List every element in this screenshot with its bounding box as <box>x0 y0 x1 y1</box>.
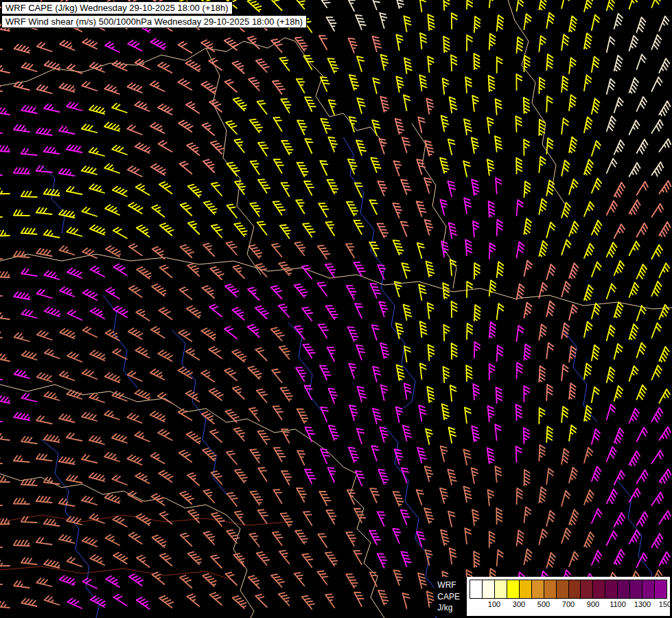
legend-tick-label: 700 <box>562 600 575 608</box>
weather-map-canvas <box>0 0 672 618</box>
legend-tick-label: 900 <box>587 600 599 608</box>
legend-color-cell <box>531 580 544 599</box>
legend-tick-label: 1300 <box>634 600 651 608</box>
legend-variable-label: CAPE <box>437 591 460 602</box>
weather-map: WRF CAPE (J/kg) Wednesday 29-10-2025 18:… <box>0 0 672 618</box>
map-title-windshear: WRF Wind shear (m/s) 500/1000hPa Wednesd… <box>1 15 307 28</box>
legend-tick-label: 300 <box>513 600 525 608</box>
legend-color-cell <box>494 580 507 599</box>
legend-color-cell <box>544 580 556 599</box>
legend-tick-labels: 100300500700900110013001500 <box>470 599 667 610</box>
legend-colorbar <box>470 580 667 599</box>
legend-color-cell <box>507 580 519 599</box>
legend-tick-label: 1500 <box>659 600 672 608</box>
legend-model-label: WRF <box>437 580 460 591</box>
legend: WRF CAPE J/kg 10030050070090011001300150… <box>435 577 670 616</box>
legend-color-cell <box>629 580 642 599</box>
map-title-cape: WRF CAPE (J/kg) Wednesday 29-10-2025 18:… <box>1 1 233 14</box>
legend-colorbar-panel: 100300500700900110013001500 <box>467 577 670 616</box>
legend-color-cell <box>556 580 568 599</box>
legend-tick-label: 500 <box>537 600 550 608</box>
legend-color-cell <box>642 580 654 599</box>
legend-color-cell <box>580 580 592 599</box>
legend-color-cell <box>617 580 629 599</box>
legend-color-cell <box>470 580 482 599</box>
legend-color-cell <box>519 580 531 599</box>
legend-color-cell <box>482 580 494 599</box>
legend-color-cell <box>568 580 581 599</box>
legend-tick-label: 1100 <box>610 600 626 608</box>
legend-unit-label: J/kg <box>437 602 460 613</box>
legend-label: WRF CAPE J/kg <box>435 577 467 616</box>
legend-color-cell <box>605 580 617 599</box>
legend-color-cell <box>654 580 667 599</box>
legend-color-cell <box>592 580 605 599</box>
legend-tick-label: 100 <box>488 600 500 608</box>
